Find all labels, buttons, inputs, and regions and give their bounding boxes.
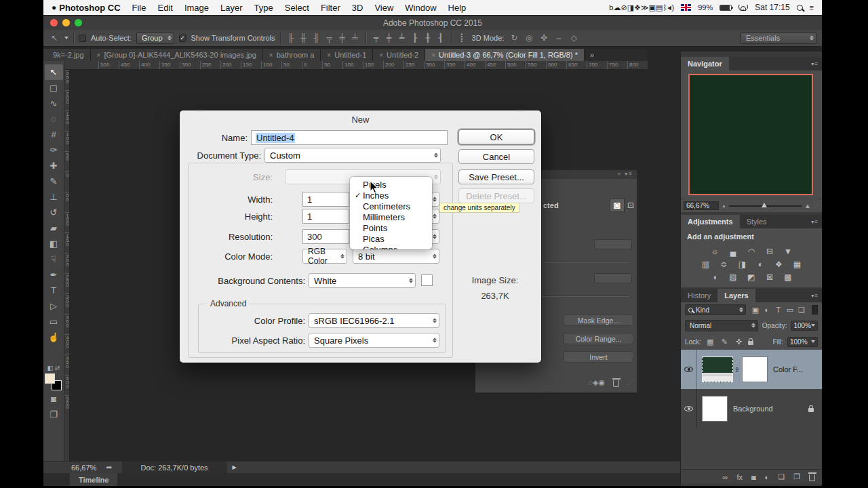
add-layer-mask-icon[interactable]: ◙ (751, 473, 756, 481)
distribute-top-icon[interactable]: ┯ (371, 33, 382, 43)
layer-visibility-icon[interactable] (684, 406, 693, 411)
select-layer-mask-icon[interactable]: ◙ (610, 199, 625, 212)
navigator-zoom-slider[interactable] (729, 205, 802, 207)
mask-link-icon[interactable]: ∞ (734, 365, 741, 374)
dropbox-icon[interactable]: ❖ (634, 3, 641, 12)
exposure-icon[interactable]: ⊟ (764, 246, 776, 256)
width-input[interactable]: 1 (302, 192, 349, 207)
layer-mask-thumbnail[interactable] (742, 357, 768, 382)
unit-menu-item[interactable]: Pixels (350, 179, 432, 190)
eraser-tool[interactable]: ▰ (45, 220, 63, 236)
height-input[interactable]: 1 (302, 209, 349, 224)
minimize-window-button[interactable] (62, 19, 70, 26)
menu-item[interactable]: Edit (157, 3, 172, 13)
fast-forward-icon[interactable]: ≫ (641, 3, 649, 12)
quick-selection-tool[interactable]: ◌ (45, 111, 63, 127)
unit-menu-item[interactable]: Picas (350, 233, 432, 244)
status-zoom-input[interactable]: 66,67% (71, 464, 96, 472)
spotlight-search-icon[interactable] (797, 5, 803, 11)
apple-menu-icon[interactable]: ● (52, 3, 56, 12)
screen-mode-icon[interactable]: ❐ (45, 407, 63, 422)
menu-item[interactable]: 3D (352, 3, 363, 13)
screen-record-icon[interactable]: ▣ (648, 3, 655, 12)
hand-tool[interactable]: ☝ (45, 329, 63, 345)
unit-menu-item[interactable]: Points (350, 222, 432, 233)
resolution-input[interactable]: 300 (302, 229, 349, 244)
3d-slide-icon[interactable]: ⇔ (553, 33, 564, 43)
menu-item[interactable]: Image (184, 3, 209, 13)
layer-row-background[interactable]: Background (681, 389, 822, 428)
levels-icon[interactable]: ▄ (727, 246, 739, 256)
tab-adjustments[interactable]: Adjustments (681, 215, 740, 228)
volume-icon[interactable]: ◀) (667, 3, 674, 12)
delete-mask-icon[interactable] (613, 380, 619, 387)
filter-adjustment-layers-icon[interactable]: ◐ (762, 306, 772, 314)
3d-roll-icon[interactable]: ◎ (524, 33, 534, 43)
document-tab[interactable]: × Untitled-1 (321, 49, 373, 61)
align-vertical-centers-icon[interactable]: ╪ (337, 33, 348, 43)
menu-item[interactable]: Layer (220, 3, 243, 13)
name-input[interactable]: Untitled-4 (251, 130, 448, 145)
threshold-icon[interactable]: ◩ (745, 272, 757, 282)
document-size-info[interactable]: Doc: 263,7K/0 bytes (122, 462, 227, 473)
history-brush-tool[interactable]: ↺ (45, 205, 63, 220)
lasso-tool[interactable]: ∿ (45, 96, 63, 111)
layer-row-color-fill[interactable]: ∞ Color F... (681, 350, 822, 389)
distribute-bottom-icon[interactable]: ┷ (397, 33, 408, 43)
mask-visibility-icon[interactable]: ◉ (598, 378, 605, 386)
share-icon[interactable]: ➦ (106, 463, 112, 472)
move-tool[interactable]: ↖ (45, 64, 63, 80)
panel-menu-icon[interactable]: ▾≡ (811, 289, 822, 302)
vibrance-icon[interactable]: ▼ (782, 246, 794, 256)
quick-mask-icon[interactable]: ◙ (45, 391, 63, 407)
link-layers-icon[interactable]: ∞ (723, 473, 728, 481)
document-tab[interactable]: × Untitled-3 @ 66,7% (Color Fill 1, RGB/… (425, 49, 585, 61)
color-swatches[interactable] (45, 373, 62, 391)
workspace-select[interactable]: Essentials (741, 33, 816, 44)
notification-center-icon[interactable]: ≡ (810, 3, 814, 12)
blend-mode-select[interactable]: Normal (685, 320, 758, 331)
tab-styles[interactable]: Styles (740, 215, 774, 228)
lock-transparency-icon[interactable]: ▦ (705, 338, 715, 346)
align-horizontal-centers-icon[interactable]: ╫ (298, 33, 309, 43)
layer-name[interactable]: Color F... (773, 365, 822, 373)
shape-tool[interactable]: ▭ (45, 314, 63, 329)
filter-type-layers-icon[interactable]: T (773, 306, 783, 314)
color-lookup-icon[interactable]: ▦ (791, 259, 804, 269)
align-right-edges-icon[interactable]: ╢ (311, 33, 322, 43)
navigator-thumbnail[interactable] (688, 74, 813, 195)
crop-tool[interactable]: # (45, 127, 63, 142)
zoom-in-icon[interactable]: ▲ (804, 202, 811, 209)
zoom-window-button[interactable] (75, 19, 82, 26)
opacity-value[interactable]: 100% (791, 321, 818, 331)
cloud-icon[interactable]: ☁ (613, 3, 620, 12)
distribute-left-icon[interactable]: ┠ (410, 33, 420, 43)
lock-position-icon[interactable]: ✜ (734, 338, 744, 346)
status-options-arrow-icon[interactable]: ▶ (233, 464, 237, 470)
color-balance-icon[interactable]: ≎ (718, 259, 730, 269)
tab-overflow-icon[interactable]: » (587, 49, 597, 61)
menu-item[interactable]: Type (254, 3, 273, 13)
lock-all-icon[interactable] (748, 341, 753, 345)
filter-toggle[interactable] (812, 305, 818, 314)
close-tab-icon[interactable]: × (327, 52, 331, 59)
photo-filter-icon[interactable]: ◐ (755, 259, 767, 269)
filter-shape-layers-icon[interactable]: ▭ (785, 306, 795, 314)
new-group-icon[interactable]: ❏ (778, 472, 785, 481)
path-selection-tool[interactable]: ▷ (45, 298, 63, 314)
auto-select-group-select[interactable]: Group (136, 33, 174, 44)
panel-menu-icon[interactable]: ▾≡ (811, 215, 822, 228)
tool-preset-caret-icon[interactable] (64, 37, 68, 39)
menu-item[interactable]: Filter (321, 3, 340, 13)
sync-app-icon[interactable]: ◨ (627, 3, 634, 12)
lock-pixels-icon[interactable]: ✎ (719, 338, 730, 346)
gradient-tool[interactable]: ◧ (45, 236, 63, 251)
panel-menu-icon[interactable]: ▾≡ (811, 57, 822, 70)
new-layer-icon[interactable]: ❐ (793, 472, 800, 481)
do-not-disturb-icon[interactable]: ⊘ (620, 3, 627, 12)
menu-item[interactable]: Select (285, 3, 309, 13)
layer-thumbnail[interactable] (702, 396, 728, 422)
close-tab-icon[interactable]: × (431, 52, 435, 59)
filter-smart-objects-icon[interactable]: ❏ (796, 306, 806, 314)
density-value-box[interactable] (594, 239, 632, 249)
